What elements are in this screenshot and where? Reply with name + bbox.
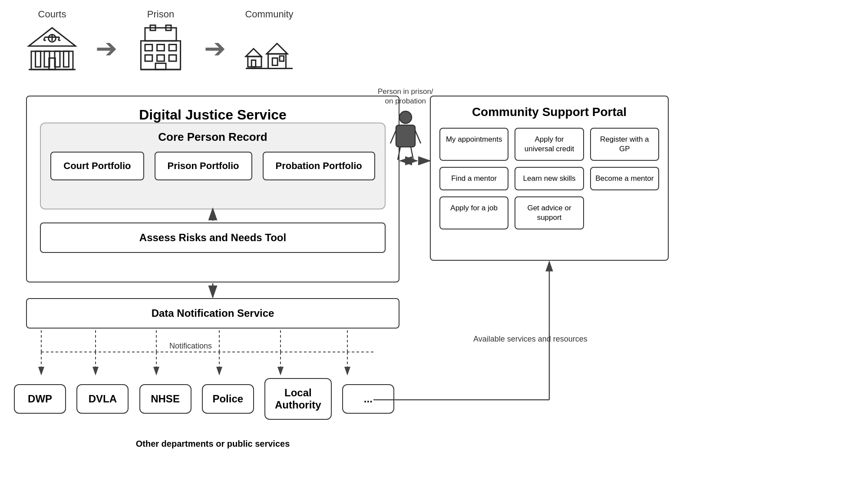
svg-marker-30 bbox=[267, 43, 287, 54]
csp-become-mentor[interactable]: Become a mentor bbox=[590, 167, 659, 190]
assess-risks-label: Assess Risks and Needs Tool bbox=[139, 232, 286, 244]
data-notification-service-box[interactable]: Data Notification Service bbox=[26, 298, 399, 329]
probation-portfolio-btn[interactable]: Probation Portfolio bbox=[263, 152, 375, 180]
prison-icon bbox=[135, 23, 187, 75]
digital-justice-service-box: Digital Justice Service Core Person Reco… bbox=[26, 96, 399, 282]
courts-to-prison-arrow: ➔ bbox=[96, 33, 117, 63]
prison-to-community-arrow: ➔ bbox=[204, 33, 226, 63]
court-portfolio-btn[interactable]: Court Portfolio bbox=[50, 152, 144, 180]
svg-line-40 bbox=[411, 147, 413, 160]
svg-rect-25 bbox=[155, 63, 166, 70]
courts-icon-group: Courts bbox=[26, 9, 78, 75]
djs-title: Digital Justice Service bbox=[27, 107, 399, 123]
dept-dvla[interactable]: DVLA bbox=[76, 384, 129, 414]
person-label: Person in prison/ on probation bbox=[378, 87, 433, 106]
csp-learn-skills[interactable]: Learn new skills bbox=[515, 167, 584, 190]
notifications-label: Notifications bbox=[169, 342, 212, 351]
community-label: Community bbox=[245, 9, 293, 20]
svg-marker-27 bbox=[246, 49, 261, 56]
community-icon bbox=[243, 23, 295, 75]
svg-rect-20 bbox=[157, 44, 165, 50]
prison-icon-group: Prison bbox=[135, 9, 187, 75]
svg-rect-21 bbox=[169, 44, 176, 50]
svg-rect-28 bbox=[248, 56, 261, 67]
dept-police[interactable]: Police bbox=[202, 384, 254, 414]
core-person-record-box: Core Person Record Court Portfolio Priso… bbox=[40, 123, 386, 209]
cpr-title: Core Person Record bbox=[41, 130, 385, 144]
csp-title: Community Support Portal bbox=[431, 105, 668, 119]
svg-line-38 bbox=[415, 130, 421, 143]
dept-footer-label: Other departments or public services bbox=[26, 439, 399, 449]
dns-label: Data Notification Service bbox=[152, 307, 274, 319]
svg-point-35 bbox=[399, 111, 412, 123]
svg-rect-29 bbox=[251, 60, 256, 67]
svg-rect-23 bbox=[157, 55, 165, 61]
svg-rect-19 bbox=[145, 44, 152, 50]
dept-other[interactable]: ... bbox=[342, 384, 394, 414]
svg-line-39 bbox=[398, 147, 400, 160]
svg-rect-24 bbox=[169, 55, 176, 61]
svg-rect-22 bbox=[145, 55, 152, 61]
community-support-portal-box: Community Support Portal My appointments… bbox=[430, 96, 669, 261]
csp-apply-universal-credit[interactable]: Apply for universal credit bbox=[515, 128, 584, 161]
csp-find-mentor[interactable]: Find a mentor bbox=[439, 167, 508, 190]
svg-rect-33 bbox=[280, 56, 284, 61]
dept-dwp[interactable]: DWP bbox=[14, 384, 66, 414]
dept-nhse[interactable]: NHSE bbox=[139, 384, 191, 414]
csp-get-advice[interactable]: Get advice or support bbox=[515, 196, 584, 229]
prison-label: Prison bbox=[147, 9, 174, 20]
prison-portfolio-btn[interactable]: Prison Portfolio bbox=[155, 152, 252, 180]
person-icon bbox=[388, 109, 423, 161]
community-icon-group: Community bbox=[243, 9, 295, 75]
department-row: DWP DVLA NHSE Police LocalAuthority ... bbox=[9, 378, 399, 420]
assess-risks-box[interactable]: Assess Risks and Needs Tool bbox=[40, 222, 386, 253]
person-figure: Person in prison/ on probation bbox=[378, 87, 433, 161]
courts-label: Courts bbox=[38, 9, 66, 20]
csp-register-gp[interactable]: Register with a GP bbox=[590, 128, 659, 161]
csp-my-appointments[interactable]: My appointments bbox=[439, 128, 508, 161]
csp-apply-job[interactable]: Apply for a job bbox=[439, 196, 508, 229]
top-icons-row: Courts ➔ Pr bbox=[26, 9, 295, 75]
courts-icon bbox=[26, 23, 78, 75]
dept-local-authority[interactable]: LocalAuthority bbox=[264, 378, 332, 420]
svg-line-37 bbox=[390, 130, 396, 143]
available-services-label: Available services and resources bbox=[473, 335, 587, 344]
svg-rect-4 bbox=[63, 51, 69, 67]
portfolio-row: Court Portfolio Prison Portfolio Probati… bbox=[41, 152, 385, 180]
csp-grid: My appointments Apply for universal cred… bbox=[431, 128, 668, 229]
svg-rect-3 bbox=[36, 51, 41, 67]
svg-rect-32 bbox=[272, 58, 277, 66]
svg-rect-36 bbox=[396, 125, 415, 147]
diagram-container: Courts ➔ Pr bbox=[0, 0, 868, 498]
